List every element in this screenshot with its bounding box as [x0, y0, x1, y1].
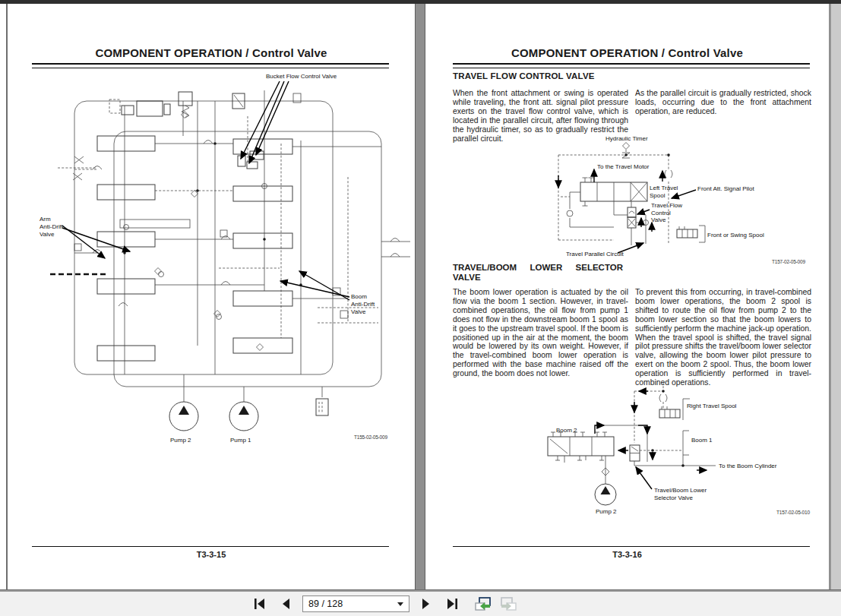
page-number: T3-3-16	[425, 550, 829, 559]
viewer-toolbar: 89 / 128	[0, 592, 841, 616]
boom2-spool-symbol	[548, 432, 614, 460]
section2-heading-line1: TRAVEL/BOOM LOWER SELECTOR	[453, 263, 623, 272]
footer-rule	[453, 546, 810, 547]
travel-flow-valve-label-2: Control	[651, 210, 671, 216]
selector-valve-label-2: Selector Valve	[654, 494, 694, 501]
section2-column1: The boom lower operation is actuated by …	[453, 288, 628, 378]
hydraulic-timer-label: Hydraulic Timer	[605, 135, 648, 142]
front-att-signal-pilot-label: Front Att. Signal Pilot	[697, 185, 754, 192]
arm-anti-drift-label-1: Arm	[40, 216, 51, 223]
selector-valve-symbol	[630, 445, 640, 461]
pump1-label: Pump 1	[230, 437, 251, 444]
footer-rule	[32, 546, 389, 547]
pilot-valve-cluster	[109, 92, 245, 118]
front-or-swing-spool-symbol	[677, 226, 705, 242]
section2-column2: To prevent this from occurring, in trave…	[635, 288, 811, 387]
boom-anti-drift-label-3: Valve	[351, 308, 366, 315]
section1-heading: TRAVEL FLOW CONTROL VALVE	[453, 71, 595, 81]
pump2-label: Pump 2	[170, 437, 191, 444]
first-page-icon	[252, 598, 266, 610]
last-page-button[interactable]	[443, 595, 463, 613]
figure-id-1: T157-02-05-009	[772, 259, 805, 264]
left-travel-spool-label-2: Spool	[650, 192, 666, 199]
pump1-symbol	[229, 387, 258, 431]
boom1-label: Boom 1	[691, 437, 713, 444]
heading-word: SELECTOR	[576, 263, 623, 272]
boom2-label: Boom 2	[556, 427, 577, 434]
next-page-button[interactable]	[416, 595, 436, 613]
section2-column2-para1: To prevent this from occurring, in trave…	[635, 288, 811, 333]
figure-id: T155-02-05-009	[354, 434, 387, 440]
right-travel-spool-label: Right Travel Spool	[687, 403, 737, 409]
section2-column2-para2: When the travel spool is shifted, the tr…	[635, 333, 811, 387]
pump2-symbol	[169, 374, 198, 431]
figure-id-2: T157-02-05-010	[776, 510, 810, 515]
travel-boom-lower-selector-diagram: Right Travel Spool Boom 2 Boom 1 T	[528, 382, 826, 523]
page-title: COMPONENT OPERATION / Control Valve	[425, 46, 829, 59]
page-title: COMPONENT OPERATION / Control Valve	[8, 46, 415, 59]
hydraulic-circuit-diagram: Bucket Flow Control Valve Arm Anti-Drift…	[29, 71, 412, 463]
to-travel-motor-label: To the Travel Motor	[597, 163, 650, 170]
right-travel-spool-symbol	[659, 399, 690, 420]
page-gap	[415, 4, 425, 589]
previous-page-button[interactable]	[276, 595, 296, 613]
travel-flow-valve-label-1: Travel Flow	[651, 202, 682, 209]
next-page-icon	[421, 598, 432, 610]
next-view-icon	[500, 596, 518, 611]
to-boom-cylinder-label: To the Boom Cylinder	[719, 463, 777, 469]
last-page-icon	[446, 598, 460, 610]
boom-anti-drift-label-2: Anti-Drift	[351, 301, 375, 308]
pump2-symbol	[564, 456, 616, 505]
title-rule	[32, 63, 389, 68]
travel-parallel-circuit-label: Travel Parallel Circuit	[566, 251, 624, 257]
previous-view-icon	[473, 596, 492, 611]
heading-word: TRAVEL/BOOM	[453, 263, 517, 272]
previous-view-button[interactable]	[473, 595, 492, 613]
boom1-bracket	[683, 431, 689, 466]
travel-flow-control-valve-diagram: Hydraulic Timer To the Travel Motor Left…	[523, 130, 820, 267]
page-number-value[interactable]: 89 / 128	[303, 599, 397, 609]
page-number-combobox[interactable]: 89 / 128	[302, 595, 409, 612]
previous-page-icon	[280, 598, 291, 610]
left-spool-blocks	[97, 136, 155, 361]
travel-flow-control-valve-symbol	[628, 201, 649, 245]
pump2-label: Pump 2	[596, 508, 617, 515]
first-page-button[interactable]	[249, 595, 269, 613]
arm-anti-drift-label-2: Anti-Drift	[40, 223, 64, 230]
manual-page-right: COMPONENT OPERATION / Control Valve TRAV…	[425, 4, 829, 589]
right-spool-blocks	[233, 139, 292, 353]
manual-page-left: COMPONENT OPERATION / Control Valve	[8, 4, 415, 589]
page-number: T3-3-15	[8, 550, 415, 559]
boom-anti-drift-label-1: Boom	[351, 293, 367, 300]
bucket-flow-valve-label: Bucket Flow Control Valve	[266, 73, 337, 80]
next-view-button[interactable]	[499, 595, 519, 613]
section1-column2: As the parallel circuit is gradually res…	[635, 89, 811, 116]
left-travel-spool-label-1: Left Travel	[650, 185, 678, 191]
dropdown-caret-icon[interactable]	[397, 602, 403, 606]
front-or-swing-spool-label: Front or Swing Spool	[707, 232, 764, 239]
heading-word: LOWER	[530, 263, 562, 272]
title-rule	[453, 63, 810, 68]
selector-valve-label-1: Travel/Boom Lower	[654, 487, 707, 494]
vertical-scrollbar[interactable]	[830, 4, 841, 589]
section2-heading-line2: VALVE	[453, 273, 481, 282]
travel-flow-valve-label-3: Valve	[651, 216, 666, 223]
arm-anti-drift-label-3: Valve	[40, 231, 55, 238]
